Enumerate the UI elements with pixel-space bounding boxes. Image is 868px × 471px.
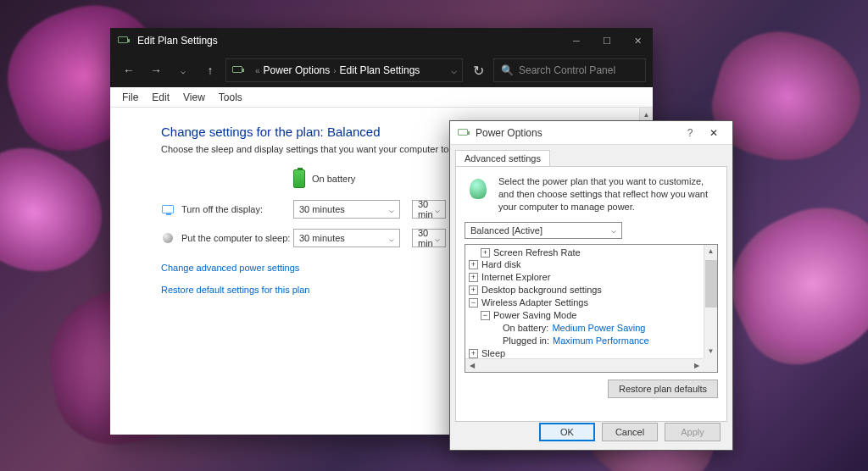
tree-item-hard-disk[interactable]: +Hard disk bbox=[469, 258, 714, 271]
power-icon bbox=[231, 64, 245, 77]
tree-item-plugged-in[interactable]: Plugged in:Maximum Performance bbox=[469, 335, 714, 347]
apply-button[interactable]: Apply bbox=[665, 423, 721, 441]
menu-edit[interactable]: Edit bbox=[145, 87, 176, 107]
power-icon bbox=[457, 126, 470, 140]
refresh-button[interactable]: ↻ bbox=[466, 58, 490, 82]
tree-item-wireless[interactable]: −Wireless Adapter Settings bbox=[469, 296, 714, 309]
tree-item-screen-refresh[interactable]: +Screen Refresh Rate bbox=[469, 247, 714, 259]
chevron-left-icon: « bbox=[255, 66, 260, 75]
expand-icon[interactable]: + bbox=[481, 248, 490, 258]
on-battery-value[interactable]: Medium Power Saving bbox=[552, 322, 645, 335]
breadcrumb-dropdown[interactable]: ⌵ bbox=[451, 64, 457, 76]
dialog-title: Power Options bbox=[476, 127, 678, 139]
sleep-battery-dropdown[interactable]: 30 minutes bbox=[293, 229, 400, 247]
collapse-icon[interactable]: − bbox=[469, 298, 478, 308]
tree-item-desktop-bg[interactable]: +Desktop background settings bbox=[469, 284, 714, 296]
dialog-close-button[interactable]: ✕ bbox=[702, 127, 726, 139]
tab-panel: Select the power plan that you want to c… bbox=[455, 166, 727, 422]
power-icon bbox=[117, 34, 131, 47]
display-icon bbox=[161, 202, 175, 216]
breadcrumb-item[interactable]: Power Options bbox=[264, 64, 331, 76]
tab-advanced-settings[interactable]: Advanced settings bbox=[455, 150, 550, 166]
scroll-up-icon[interactable]: ▲ bbox=[704, 245, 717, 258]
cancel-button[interactable]: Cancel bbox=[602, 423, 658, 441]
expand-icon[interactable]: + bbox=[469, 349, 478, 358]
window-title: Edit Plan Settings bbox=[137, 35, 561, 47]
menu-view[interactable]: View bbox=[176, 87, 212, 107]
plugged-in-value[interactable]: Maximum Performance bbox=[553, 335, 649, 347]
restore-plan-defaults-button[interactable]: Restore plan defaults bbox=[608, 380, 718, 398]
breadcrumb-item[interactable]: Edit Plan Settings bbox=[340, 64, 420, 76]
minimize-button[interactable]: ─ bbox=[561, 28, 592, 53]
scroll-left-icon[interactable]: ◀ bbox=[465, 359, 479, 372]
tree-scrollbar-vertical[interactable]: ▲ ▼ bbox=[704, 245, 717, 358]
menu-tools[interactable]: Tools bbox=[212, 87, 249, 107]
recent-dropdown[interactable]: ⌵ bbox=[171, 58, 195, 82]
scroll-up-icon[interactable]: ▲ bbox=[640, 108, 653, 121]
menu-file[interactable]: File bbox=[115, 87, 145, 107]
up-button[interactable]: ↑ bbox=[198, 58, 222, 82]
tree-item-on-battery[interactable]: On battery:Medium Power Saving bbox=[469, 322, 714, 335]
display-plugged-dropdown[interactable]: 30 min bbox=[412, 200, 446, 219]
search-input[interactable]: 🔍 Search Control Panel bbox=[493, 58, 646, 82]
sleep-icon bbox=[161, 231, 175, 245]
settings-tree: +Screen Refresh Rate +Hard disk +Interne… bbox=[465, 244, 718, 373]
sleep-label: Put the computer to sleep: bbox=[181, 233, 290, 243]
display-label: Turn off the display: bbox=[181, 204, 263, 214]
collapse-icon[interactable]: − bbox=[481, 311, 490, 320]
sleep-plugged-dropdown[interactable]: 30 min bbox=[412, 229, 446, 247]
help-button[interactable]: ? bbox=[678, 127, 702, 139]
battery-icon bbox=[293, 169, 305, 188]
scroll-corner bbox=[704, 358, 717, 372]
expand-icon[interactable]: + bbox=[469, 285, 478, 295]
search-icon: 🔍 bbox=[501, 64, 514, 76]
menu-bar: File Edit View Tools bbox=[110, 87, 653, 108]
scroll-thumb[interactable] bbox=[705, 260, 717, 308]
maximize-button[interactable]: ☐ bbox=[592, 28, 622, 53]
expand-icon[interactable]: + bbox=[469, 273, 478, 282]
nav-bar: ← → ⌵ ↑ « Power Options › Edit Plan Sett… bbox=[110, 53, 653, 87]
column-on-battery: On battery bbox=[293, 169, 403, 188]
titlebar[interactable]: Edit Plan Settings ─ ☐ ✕ bbox=[110, 28, 653, 53]
plan-dropdown[interactable]: Balanced [Active] bbox=[465, 222, 622, 239]
tree-item-power-saving-mode[interactable]: −Power Saving Mode bbox=[469, 309, 714, 322]
scroll-right-icon[interactable]: ▶ bbox=[690, 359, 704, 372]
scroll-down-icon[interactable]: ▼ bbox=[704, 345, 717, 358]
dialog-titlebar[interactable]: Power Options ? ✕ bbox=[450, 121, 732, 145]
forward-button[interactable]: → bbox=[144, 58, 168, 82]
close-button[interactable]: ✕ bbox=[622, 28, 653, 53]
chevron-right-icon: › bbox=[333, 66, 336, 75]
ok-button[interactable]: OK bbox=[539, 423, 595, 441]
power-options-dialog: Power Options ? ✕ Advanced settings Sele… bbox=[449, 120, 733, 451]
dialog-description: Select the power plan that you want to c… bbox=[498, 175, 718, 213]
search-placeholder: Search Control Panel bbox=[519, 64, 615, 76]
back-button[interactable]: ← bbox=[117, 58, 141, 82]
display-battery-dropdown[interactable]: 30 minutes bbox=[293, 200, 400, 219]
bulb-icon bbox=[465, 175, 492, 202]
breadcrumb[interactable]: « Power Options › Edit Plan Settings ⌵ bbox=[225, 58, 463, 82]
expand-icon[interactable]: + bbox=[469, 260, 478, 269]
tree-item-ie[interactable]: +Internet Explorer bbox=[469, 271, 714, 284]
tree-scrollbar-horizontal[interactable]: ◀ ▶ bbox=[465, 358, 704, 372]
